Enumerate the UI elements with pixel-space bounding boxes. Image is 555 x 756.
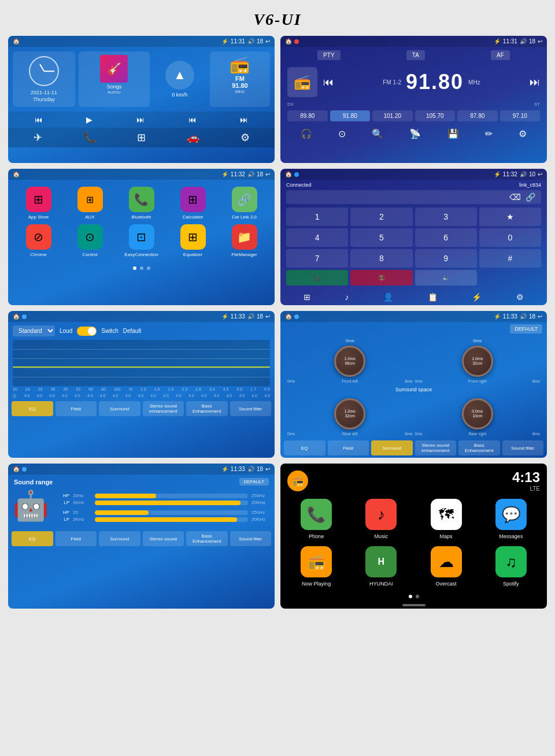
preset-5[interactable]: 87.80: [457, 110, 498, 121]
eq-default-label[interactable]: Default: [123, 328, 142, 334]
app-aux[interactable]: ⊞ AUX: [66, 187, 113, 220]
contact-icon[interactable]: 👤: [383, 292, 393, 302]
next-track-btn[interactable]: ⏭: [240, 115, 248, 124]
cp-maps[interactable]: 🗺 Maps: [417, 499, 475, 539]
bluetooth-dial-icon[interactable]: ⚡: [472, 292, 482, 302]
surround-default-btn[interactable]: DEFAULT: [510, 324, 542, 333]
music-note-icon[interactable]: ♪: [345, 292, 349, 302]
cp-hyundai[interactable]: H HYUNDAI: [352, 546, 410, 587]
cp-phone[interactable]: 📞 Phone: [287, 499, 345, 539]
cp-messages[interactable]: 💬 Messages: [482, 499, 540, 539]
app-carlink[interactable]: 🔗 Car Link 2.0: [221, 187, 268, 220]
chain-icon[interactable]: 🔗: [526, 192, 535, 202]
sr-tab-bass[interactable]: Bass Enhancement: [186, 531, 228, 546]
rear-right-knob[interactable]: 0.0ms10cm: [462, 398, 493, 429]
app-bluetooth[interactable]: 📞 Bluetooth: [118, 187, 165, 220]
gear-dial-icon[interactable]: ⚙: [516, 292, 524, 302]
key-6[interactable]: 6: [415, 228, 477, 247]
search-icon[interactable]: 🔍: [372, 128, 383, 139]
prev-track-btn[interactable]: ⏮: [188, 115, 197, 124]
surr-tab-eq[interactable]: EQ: [284, 440, 325, 455]
next-btn[interactable]: ⏭: [136, 115, 145, 124]
prev-station-btn[interactable]: ⏮: [323, 76, 334, 88]
surr-tab-surround[interactable]: Surround: [371, 440, 413, 455]
key-9[interactable]: 9: [415, 249, 477, 268]
app-control[interactable]: ⊙ Control: [66, 224, 113, 257]
sr-tab-eq[interactable]: EQ: [12, 531, 53, 546]
key-hash[interactable]: #: [479, 249, 541, 268]
page-dot-1[interactable]: [133, 266, 136, 270]
key-0[interactable]: 0: [479, 228, 541, 247]
key-3[interactable]: 3: [415, 207, 477, 226]
gear-icon[interactable]: ⚙: [519, 128, 527, 139]
cp-music[interactable]: ♪ Music: [352, 499, 410, 539]
play-btn[interactable]: ▶: [86, 115, 92, 124]
key-star[interactable]: ★: [479, 207, 541, 226]
hp1-track[interactable]: [95, 494, 248, 498]
preset-4[interactable]: 105.70: [415, 110, 456, 121]
lp1-track[interactable]: [95, 501, 248, 505]
end-call-button[interactable]: 📵: [350, 270, 412, 286]
eq-tab-filter[interactable]: Sound filter: [230, 401, 272, 416]
sr-tab-field[interactable]: Field: [56, 531, 97, 546]
preset-3[interactable]: 101.20: [372, 110, 413, 121]
cp-nowplaying[interactable]: 📻 Now Playing: [287, 546, 345, 587]
preset-2[interactable]: 91.80: [330, 110, 371, 121]
sr-tab-surround[interactable]: Surround: [99, 531, 140, 546]
volume-down-btn[interactable]: 🔈: [415, 270, 477, 286]
signal-icon[interactable]: 📡: [409, 128, 421, 139]
app-chrome[interactable]: ⊘ Chrome: [15, 224, 62, 257]
car-icon[interactable]: 🚗: [187, 131, 199, 144]
preset-1[interactable]: 89.80: [287, 110, 328, 121]
prev-btn[interactable]: ⏮: [35, 115, 43, 124]
key-1[interactable]: 1: [286, 207, 348, 226]
sr-tab-filter[interactable]: Sound filter: [230, 531, 272, 546]
key-5[interactable]: 5: [350, 228, 412, 247]
phone-log-icon[interactable]: 📋: [428, 292, 438, 302]
preset-6[interactable]: 97.10: [500, 110, 541, 121]
save-icon[interactable]: 💾: [447, 128, 459, 139]
cp-spotify[interactable]: ♫ Spotify: [482, 546, 540, 587]
eq-tab-eq[interactable]: EQ: [12, 401, 53, 416]
surr-tab-filter[interactable]: Sound filter: [502, 440, 544, 455]
eq-preset-select[interactable]: Standard Rock Pop Jazz: [13, 325, 55, 336]
cp-dot-2[interactable]: [416, 595, 419, 598]
call-button[interactable]: 📞: [286, 270, 348, 286]
surr-tab-bass[interactable]: Bass Enhancement: [458, 440, 500, 455]
next-station-btn[interactable]: ⏭: [530, 76, 540, 88]
settings-icon[interactable]: ⚙: [240, 131, 250, 144]
surr-tab-stereo[interactable]: Stereo sound enhancement: [415, 440, 457, 455]
key-2[interactable]: 2: [350, 207, 412, 226]
front-right-knob[interactable]: 1.0ms32cm: [462, 346, 493, 377]
hp2-track[interactable]: [95, 510, 248, 515]
key-7[interactable]: 7: [286, 249, 348, 268]
eq-tab-bass[interactable]: Bass Enhancement: [186, 401, 228, 416]
eq-tab-stereo[interactable]: Stereo sound enhancement: [143, 401, 184, 416]
cp-overcast[interactable]: ☁ Overcast: [417, 546, 475, 587]
toggle-icon[interactable]: ⊙: [338, 128, 346, 139]
app-appstore[interactable]: ⊞ App Store: [15, 187, 62, 220]
eq-tab-surround[interactable]: Surround: [99, 401, 140, 416]
sr-tab-stereo[interactable]: Stereo sound: [143, 531, 184, 546]
key-8[interactable]: 8: [350, 249, 412, 268]
apps-icon[interactable]: ⊞: [137, 131, 146, 144]
ta-button[interactable]: TA: [406, 50, 425, 60]
af-button[interactable]: AF: [491, 50, 510, 60]
headphone-icon[interactable]: 🎧: [301, 128, 312, 139]
app-easyconn[interactable]: ⊡ EasyConnection: [118, 224, 165, 257]
key-4[interactable]: 4: [286, 228, 348, 247]
page-dot-3[interactable]: [147, 266, 150, 270]
app-filemanager[interactable]: 📁 FileManager: [221, 224, 268, 257]
send-icon[interactable]: ✈: [34, 131, 42, 144]
surr-tab-field[interactable]: Field: [328, 440, 369, 455]
app-equalizer[interactable]: ⊞ Equalizer: [169, 224, 216, 257]
page-dot-2[interactable]: [140, 266, 143, 270]
eq-loud-toggle[interactable]: [77, 327, 97, 336]
rear-left-knob[interactable]: 1.0ms32cm: [334, 398, 365, 429]
app-calculator[interactable]: ⊞ Calculator: [169, 187, 216, 220]
eq-tab-field[interactable]: Field: [56, 401, 97, 416]
dialpad-icon[interactable]: ⊞: [304, 292, 310, 302]
backspace-icon[interactable]: ⌫: [509, 192, 521, 202]
edit-icon[interactable]: ✏: [485, 128, 493, 139]
pty-button[interactable]: PTY: [317, 50, 340, 60]
